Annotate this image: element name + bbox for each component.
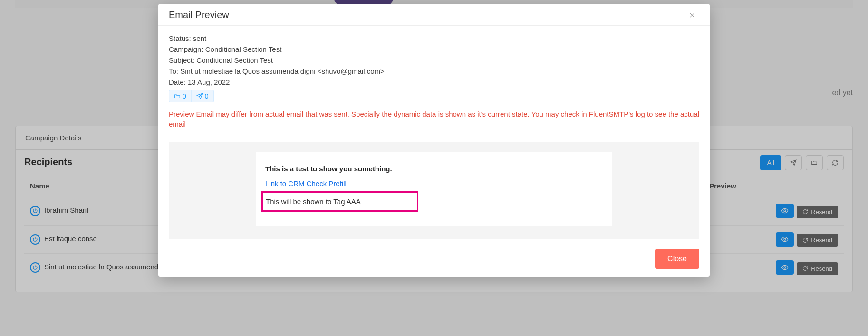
email-heading: This is a test to show you something. — [265, 165, 603, 173]
modal-close-button[interactable] — [685, 10, 699, 20]
modal-header: Email Preview — [158, 4, 710, 26]
email-preview-area: This is a test to show you something. Li… — [169, 142, 699, 239]
stat-buttons: 0 0 — [169, 90, 699, 102]
modal-body: Status: sent Campaign: Conditional Secti… — [158, 26, 710, 242]
preview-warning: Preview Email may differ from actual ema… — [169, 109, 699, 129]
paper-plane-icon — [196, 93, 203, 99]
meta-date: Date: 13 Aug, 2022 — [169, 78, 699, 86]
clicks-stat-button[interactable]: 0 — [192, 90, 214, 102]
opens-count: 0 — [183, 92, 186, 100]
clicks-count: 0 — [205, 92, 209, 100]
close-icon — [689, 12, 695, 19]
modal-footer: Close — [158, 242, 710, 277]
conditional-section-highlight: This will be shown to Tag AAA — [261, 191, 418, 212]
meta-subject: Subject: Conditional Section Test — [169, 56, 699, 64]
folder-open-icon — [174, 93, 181, 99]
email-preview-modal: Email Preview Status: sent Campaign: Con… — [158, 4, 710, 277]
email-content-box: This is a test to show you something. Li… — [256, 152, 612, 226]
meta-status: Status: sent — [169, 34, 699, 42]
modal-title: Email Preview — [169, 10, 229, 20]
conditional-text: This will be shown to Tag AAA — [266, 198, 361, 206]
meta-campaign: Campaign: Conditional Section Test — [169, 45, 699, 53]
modal-overlay[interactable]: Email Preview Status: sent Campaign: Con… — [0, 0, 868, 336]
opens-stat-button[interactable]: 0 — [169, 90, 192, 102]
divider — [169, 134, 699, 134]
meta-to: To: Sint ut molestiae la Quos assumenda … — [169, 67, 699, 75]
close-button[interactable]: Close — [655, 249, 699, 269]
email-link[interactable]: Link to CRM Check Prefill — [265, 179, 347, 188]
